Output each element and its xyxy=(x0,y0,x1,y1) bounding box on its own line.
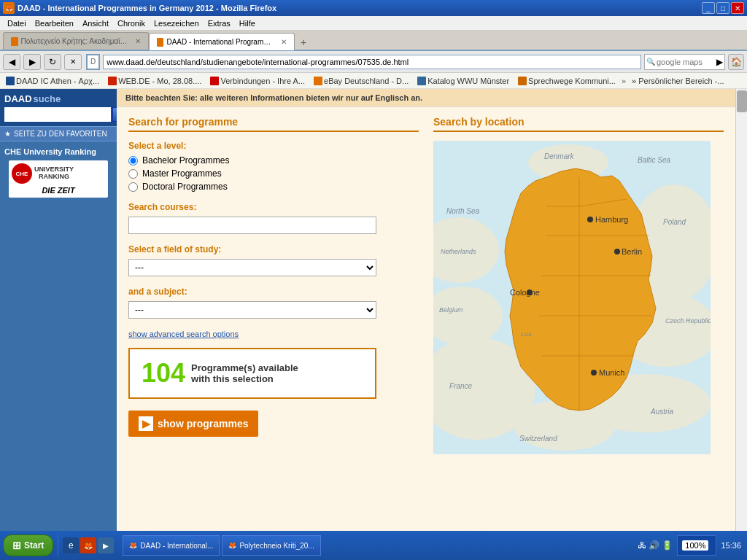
bookmark-sprechwege[interactable]: Sprechwege Kommuni... xyxy=(515,76,619,86)
stop-button[interactable]: ✕ xyxy=(64,54,82,70)
tab2-close[interactable]: ✕ xyxy=(281,38,287,46)
die-zeit-label: DIE ZEIT xyxy=(12,186,105,195)
tab-polytechneio[interactable]: Πολυτεχνείο Κρήτης: Ακαδημαϊκά Τμήματα ✕ xyxy=(3,32,149,50)
bachelor-radio-row[interactable]: Bachelor Programmes xyxy=(128,155,419,166)
menu-bearbeiten[interactable]: Bearbeiten xyxy=(31,18,78,29)
scrollbar[interactable] xyxy=(735,89,747,531)
doctoral-radio[interactable] xyxy=(128,182,138,192)
sidebar-favorites-link[interactable]: ★ SEITE ZU DEN FAVORITEN xyxy=(0,126,117,141)
menu-chronik[interactable]: Chronik xyxy=(113,18,150,29)
minimize-button[interactable]: _ xyxy=(702,2,715,14)
main-layout: DAAD suche GO» ★ SEITE ZU DEN FAVORITEN … xyxy=(0,89,747,531)
bookmark-web[interactable]: WEB.DE - Mo, 28.08.... xyxy=(105,76,204,86)
zoom-badge: 100% xyxy=(682,540,708,551)
bookmark-daad[interactable]: DAAD IC Athen - Αρχ... xyxy=(3,76,102,86)
show-programmes-label: show programmes xyxy=(158,418,248,429)
tab1-close[interactable]: ✕ xyxy=(135,37,141,45)
subject-label: and a subject: xyxy=(128,287,419,297)
taskbar-daad[interactable]: 🦊 DAAD - International... xyxy=(123,535,220,556)
sidebar-search-input[interactable] xyxy=(4,107,111,122)
close-button[interactable]: ✕ xyxy=(731,2,744,14)
bookmark-katalog[interactable]: Katalog WWU Münster xyxy=(414,76,512,86)
search-bar: 🔍 ▶ xyxy=(644,54,725,70)
bookmark-personal-label: » Persönlicher Bereich -... xyxy=(632,77,724,85)
battery-icon[interactable]: 🔋 xyxy=(662,540,673,551)
bookmark-personal[interactable]: » Persönlicher Bereich -... xyxy=(629,76,727,86)
clock: 15:36 xyxy=(721,541,741,550)
doctoral-label: Doctoral Programmes xyxy=(142,182,228,192)
berlin-dot[interactable] xyxy=(614,249,620,254)
che-logo[interactable]: CHE UNIVERSITYRANKING DIE ZEIT xyxy=(9,160,108,198)
taskbar: ⊞ Start e 🦊 ▶ 🦊 DAAD - International... … xyxy=(0,531,747,560)
network-icon[interactable]: 🖧 xyxy=(638,540,646,551)
system-icons: 🖧 🔊 🔋 xyxy=(638,540,673,551)
denmark-label: Denmark xyxy=(544,152,575,160)
back-button[interactable]: ◀ xyxy=(3,54,20,70)
more-bookmarks[interactable]: » xyxy=(622,77,626,85)
forward-button[interactable]: ▶ xyxy=(23,54,41,70)
germany-map-svg[interactable]: Hamburg Berlin Cologne Munich Denmark Ba… xyxy=(433,141,711,454)
bookmark-katalog-label: Katalog WWU Münster xyxy=(427,77,509,85)
taskbar-divider xyxy=(58,534,58,556)
media-icon[interactable]: ▶ xyxy=(98,537,114,553)
bookmark-katalog-icon xyxy=(417,77,426,85)
address-input[interactable] xyxy=(103,55,641,69)
bookmark-verb-label: Verbindungen - Ihre A... xyxy=(220,77,305,85)
munich-dot[interactable] xyxy=(591,370,597,376)
ie-icon[interactable]: e xyxy=(63,537,79,553)
search-go-button[interactable]: ▶ xyxy=(716,57,723,67)
menu-ansicht[interactable]: Ansicht xyxy=(78,18,113,29)
star-icon: ★ xyxy=(4,130,11,138)
master-label: Master Programmes xyxy=(142,168,222,179)
bachelor-radio[interactable] xyxy=(128,156,138,166)
master-radio[interactable] xyxy=(128,169,138,179)
doctoral-radio-row[interactable]: Doctoral Programmes xyxy=(128,182,419,192)
bookmark-web-icon xyxy=(108,77,117,85)
master-radio-row[interactable]: Master Programmes xyxy=(128,168,419,179)
scrollbar-thumb[interactable] xyxy=(737,90,747,112)
courses-group: Search courses: xyxy=(128,202,419,234)
field-group: Select a field of study: --- xyxy=(128,244,419,276)
menu-extras[interactable]: Extras xyxy=(204,18,235,29)
show-programmes-button[interactable]: ▶ show programmes xyxy=(128,411,258,437)
hamburg-dot[interactable] xyxy=(587,217,593,222)
firefox-icon[interactable]: 🦊 xyxy=(80,537,96,553)
tab-daad[interactable]: DAAD - International Programmes in Ger..… xyxy=(149,33,295,50)
home-button[interactable]: 🏠 xyxy=(728,54,744,70)
taskbar-items: 🦊 DAAD - International... 🦊 Polytechneio… xyxy=(123,535,635,556)
taskbar-poly-label: Polytechneio Kriti_20... xyxy=(239,542,314,550)
map-section: Search by location xyxy=(433,116,724,447)
field-select[interactable]: --- xyxy=(128,259,376,276)
suche-label: suche xyxy=(34,93,61,104)
start-button[interactable]: ⊞ Start xyxy=(3,534,53,556)
poland-label: Poland xyxy=(663,218,686,226)
hamburg-label: Hamburg xyxy=(595,215,628,224)
notice-text: Bitte beachten Sie: alle weiteren Inform… xyxy=(125,93,422,102)
results-text: Programme(s) availablewith this selectio… xyxy=(191,362,298,384)
reload-button[interactable]: ↻ xyxy=(44,54,61,70)
window-title: DAAD - International Programmes in Germa… xyxy=(18,4,276,12)
bookmark-ebay[interactable]: eBay Deutschland - D... xyxy=(311,76,411,86)
clock-container: 15:36 xyxy=(721,541,741,550)
maximize-button[interactable]: □ xyxy=(716,2,729,14)
munich-label: Munich xyxy=(599,368,624,377)
menu-hilfe[interactable]: Hilfe xyxy=(235,18,260,29)
menu-datei[interactable]: Datei xyxy=(3,18,31,29)
subject-select[interactable]: --- xyxy=(128,301,376,319)
sidebar: DAAD suche GO» ★ SEITE ZU DEN FAVORITEN … xyxy=(0,89,117,531)
level-label: Select a level: xyxy=(128,141,419,151)
search-input[interactable] xyxy=(657,58,715,66)
advanced-search-link[interactable]: show advanced search options xyxy=(128,330,239,338)
volume-icon[interactable]: 🔊 xyxy=(649,540,659,551)
menu-lesezeichen[interactable]: Lesezeichen xyxy=(150,18,204,29)
taskbar-poly[interactable]: 🦊 Polytechneio Kriti_20... xyxy=(222,535,320,556)
bookmark-verbindungen[interactable]: Verbindungen - Ihre A... xyxy=(207,76,308,86)
che-title: CHE University Ranking xyxy=(4,147,112,156)
germany-map[interactable]: Hamburg Berlin Cologne Munich Denmark Ba… xyxy=(433,141,711,447)
page-area: Bitte beachten Sie: alle weiteren Inform… xyxy=(117,89,735,531)
menu-bar: Datei Bearbeiten Ansicht Chronik Lesezei… xyxy=(0,16,747,31)
tab2-icon xyxy=(157,38,163,47)
courses-input[interactable] xyxy=(128,217,376,234)
che-icon: CHE xyxy=(12,163,32,184)
new-tab-button[interactable]: + xyxy=(296,35,311,50)
